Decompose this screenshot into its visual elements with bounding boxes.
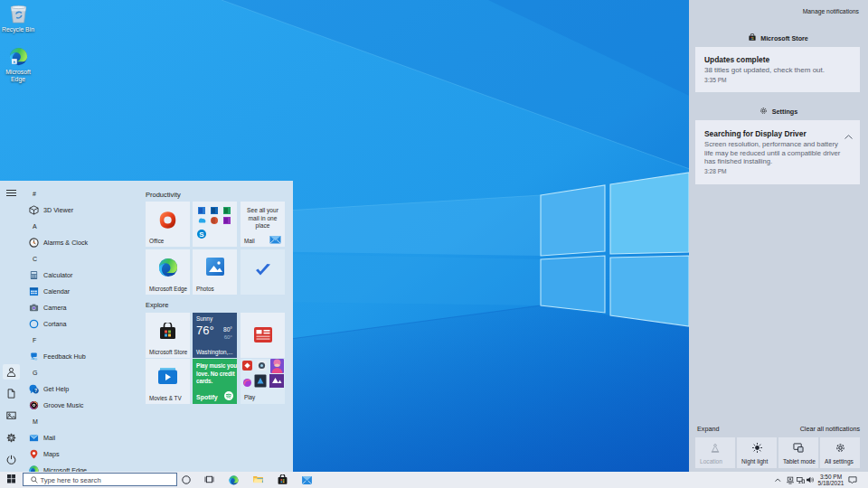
svg-text:?: ? xyxy=(34,388,37,393)
svg-text:S: S xyxy=(199,230,204,239)
